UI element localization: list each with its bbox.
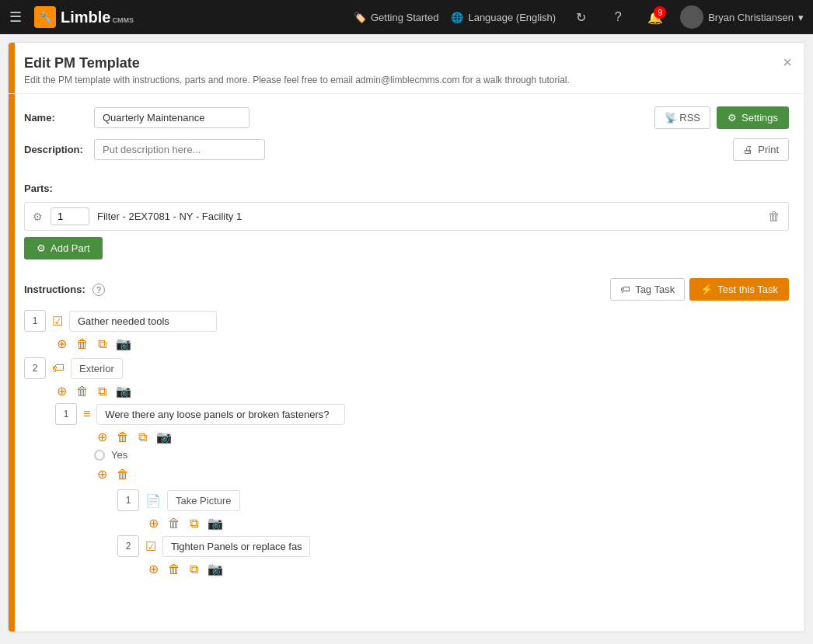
nested-add-btn-2[interactable]: ⊕ xyxy=(147,560,160,578)
checkbox-icon-2[interactable]: ☑ xyxy=(145,539,156,554)
description-input[interactable] xyxy=(94,139,265,160)
instruction-row-1: 1 ☑ xyxy=(24,310,789,332)
notification-count: 9 xyxy=(654,6,666,19)
nested-delete-btn-2[interactable]: 🗑 xyxy=(166,560,182,578)
nested-item-1: 1 📄 Take Picture ⊕ 🗑 ⧉ 📷 xyxy=(117,489,789,532)
camera-btn-2[interactable]: 📷 xyxy=(114,382,133,400)
modal-close-button[interactable]: × xyxy=(783,54,792,71)
name-input[interactable] xyxy=(94,107,249,128)
instruction-text-1[interactable] xyxy=(69,311,217,332)
delete-step-btn-1[interactable]: 🗑 xyxy=(75,336,90,353)
doc-icon-1[interactable]: 📄 xyxy=(145,493,161,508)
nested-row-1: 1 📄 Take Picture xyxy=(117,489,789,511)
list-icon-1[interactable]: ≡ xyxy=(83,407,90,421)
tag-icon-2[interactable]: 🏷 xyxy=(52,361,65,375)
tag-task-button[interactable]: 🏷 Tag Task xyxy=(610,278,685,301)
nested-item-2: 2 ☑ ⊕ 🗑 ⧉ 📷 xyxy=(117,535,789,578)
nested-step-num-2: 2 xyxy=(117,535,139,557)
delete-step-btn-2[interactable]: 🗑 xyxy=(75,383,90,400)
print-icon: 🖨 xyxy=(743,144,753,155)
yes-delete-btn[interactable]: 🗑 xyxy=(115,465,131,483)
step-number-2: 2 xyxy=(24,357,46,379)
language-icon: 🌐 xyxy=(451,12,463,23)
user-dropdown-icon: ▾ xyxy=(798,12,804,23)
yes-add-btn[interactable]: ⊕ xyxy=(96,465,109,483)
part-settings-icon[interactable]: ⚙ xyxy=(33,211,43,223)
sub-camera-btn-1[interactable]: 📷 xyxy=(155,428,173,446)
instruction-row-2: 2 🏷 Exterior xyxy=(24,357,789,379)
part-delete-button[interactable]: 🗑 xyxy=(768,210,780,224)
language-selector[interactable]: 🌐 Language (English) xyxy=(451,12,556,23)
rss-icon: 📡 xyxy=(665,112,677,124)
part-quantity-input[interactable] xyxy=(51,207,89,225)
getting-started-icon: 🏷️ xyxy=(354,12,366,23)
nested-toolbar-1: ⊕ 🗑 ⧉ 📷 xyxy=(117,514,789,532)
user-name: Bryan Christiansen xyxy=(708,12,794,23)
app-name: Limble xyxy=(61,9,110,26)
copy-step-btn-1[interactable]: ⧉ xyxy=(96,336,108,353)
test-task-button[interactable]: ⚡ Test this Task xyxy=(689,278,789,301)
name-row-actions: 📡 RSS ⚙ Settings xyxy=(654,106,789,129)
top-navigation: ☰ 🔧 Limble CMMS 🏷️ Getting Started 🌐 Lan… xyxy=(0,0,813,34)
nested-copy-btn-1[interactable]: ⧉ xyxy=(188,514,200,532)
description-label: Description: xyxy=(24,144,86,155)
sub-add-btn-1[interactable]: ⊕ xyxy=(96,428,109,446)
nested-camera-btn-2[interactable]: 📷 xyxy=(206,560,225,578)
nested-step-num-1: 1 xyxy=(117,489,139,511)
sub-copy-btn-1[interactable]: ⧉ xyxy=(137,429,148,446)
description-row: Description: 🖨 Print xyxy=(24,138,789,161)
logo-icon: 🔧 xyxy=(34,6,56,28)
nested-text-2[interactable] xyxy=(162,536,310,557)
add-part-button[interactable]: ⚙ Add Part xyxy=(24,237,103,259)
yes-option-toolbar: ⊕ 🗑 xyxy=(94,465,789,483)
yes-radio[interactable] xyxy=(94,450,105,461)
sub-step-number-1: 1 xyxy=(55,403,77,425)
description-row-actions: 🖨 Print xyxy=(733,138,789,161)
app-logo: 🔧 Limble CMMS xyxy=(34,6,134,28)
instructions-help-icon[interactable]: ? xyxy=(92,284,105,296)
instruction-item-2: 2 🏷 Exterior ⊕ 🗑 ⧉ 📷 1 ≡ ⊕ 🗑 xyxy=(24,357,789,578)
add-step-btn-1[interactable]: ⊕ xyxy=(55,335,68,353)
rss-button[interactable]: 📡 RSS xyxy=(654,106,710,129)
nested-camera-btn-1[interactable]: 📷 xyxy=(206,514,225,532)
instructions-title-group: Instructions: ? xyxy=(24,284,105,296)
checkbox-icon-1[interactable]: ☑ xyxy=(52,314,63,329)
nested-toolbar-2: ⊕ 🗑 ⧉ 📷 xyxy=(117,560,789,578)
copy-step-btn-2[interactable]: ⧉ xyxy=(96,383,108,400)
yes-option-row: Yes xyxy=(94,449,789,461)
nested-add-btn-1[interactable]: ⊕ xyxy=(147,514,160,532)
modal-header: Edit PM Template Edit the PM template wi… xyxy=(9,43,804,94)
name-row: Name: 📡 RSS ⚙ Settings xyxy=(24,106,789,129)
nested-row-2: 2 ☑ xyxy=(117,535,789,557)
sub-instruction-row-1: 1 ≡ xyxy=(55,403,789,425)
user-avatar xyxy=(680,5,703,29)
camera-btn-1[interactable]: 📷 xyxy=(114,335,133,353)
add-step-btn-2[interactable]: ⊕ xyxy=(55,382,68,400)
hamburger-menu[interactable]: ☰ xyxy=(9,9,22,26)
nested-copy-btn-2[interactable]: ⧉ xyxy=(188,560,200,578)
instructions-header: Instructions: ? 🏷 Tag Task ⚡ Test this T… xyxy=(24,278,789,301)
language-label: Language (English) xyxy=(468,12,556,23)
print-button[interactable]: 🖨 Print xyxy=(733,138,789,161)
user-menu[interactable]: Bryan Christiansen ▾ xyxy=(680,5,804,29)
sub-delete-btn-1[interactable]: 🗑 xyxy=(115,429,131,446)
nested-delete-btn-1[interactable]: 🗑 xyxy=(166,514,182,532)
modal-title: Edit PM Template xyxy=(24,55,789,71)
refresh-button[interactable]: ↻ xyxy=(568,5,593,30)
sub-instruction-text-1[interactable] xyxy=(96,404,345,425)
tag-task-icon: 🏷 xyxy=(620,284,630,295)
main-container: Edit PM Template Edit the PM template wi… xyxy=(8,42,805,632)
instruction-toolbar-1: ⊕ 🗑 ⧉ 📷 xyxy=(24,335,789,353)
instruction-toolbar-2: ⊕ 🗑 ⧉ 📷 xyxy=(24,382,789,400)
part-name: Filter - 2EX7081 - NY - Facility 1 xyxy=(97,211,760,222)
sidebar-strip xyxy=(9,43,15,632)
sub-instruction-section: 1 ≡ ⊕ 🗑 ⧉ 📷 Yes ⊕ xyxy=(55,403,789,578)
settings-button[interactable]: ⚙ Settings xyxy=(717,106,789,129)
instruction-item-1: 1 ☑ ⊕ 🗑 ⧉ 📷 xyxy=(24,310,789,353)
instructions-section: Instructions: ? 🏷 Tag Task ⚡ Test this T… xyxy=(9,278,804,578)
notifications-button[interactable]: 🔔 9 xyxy=(643,5,668,30)
getting-started-link[interactable]: 🏷️ Getting Started xyxy=(354,12,438,23)
settings-icon: ⚙ xyxy=(728,112,737,124)
parts-label: Parts: xyxy=(24,183,789,194)
help-button[interactable]: ? xyxy=(605,5,630,30)
